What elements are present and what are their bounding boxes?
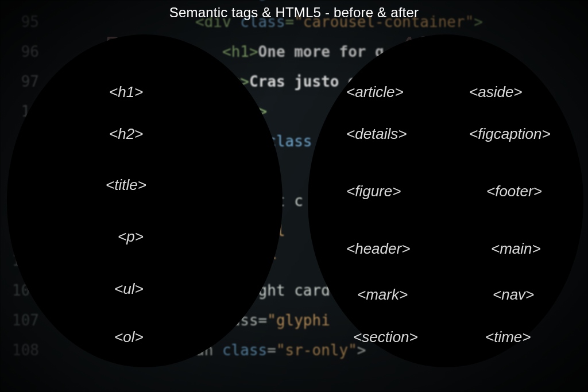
- after-tag-0: <article>: [346, 83, 404, 101]
- after-tag-11: <time>: [485, 328, 531, 346]
- after-tag-5: <footer>: [486, 183, 542, 200]
- before-tag-2: <title>: [106, 176, 146, 194]
- page-title: Semantic tags & HTML5 - before & after: [0, 5, 588, 21]
- after-tag-2: <details>: [346, 125, 407, 143]
- before-tag-3: <p>: [118, 228, 144, 246]
- after-tag-1: <aside>: [469, 83, 523, 101]
- before-tag-1: <h2>: [109, 125, 143, 143]
- after-tag-8: <mark>: [357, 286, 408, 304]
- before-circle: [7, 34, 283, 367]
- before-tag-5: <ol>: [114, 328, 144, 346]
- after-tag-7: <main>: [491, 240, 541, 258]
- after-tag-3: <figcaption>: [469, 125, 551, 143]
- after-tag-6: <header>: [346, 240, 410, 258]
- after-tag-10: <section>: [353, 328, 418, 346]
- after-tag-9: <nav>: [493, 286, 534, 304]
- before-tag-0: <h1>: [109, 83, 143, 101]
- after-tag-4: <figure>: [346, 183, 401, 200]
- before-tag-4: <ul>: [114, 280, 144, 298]
